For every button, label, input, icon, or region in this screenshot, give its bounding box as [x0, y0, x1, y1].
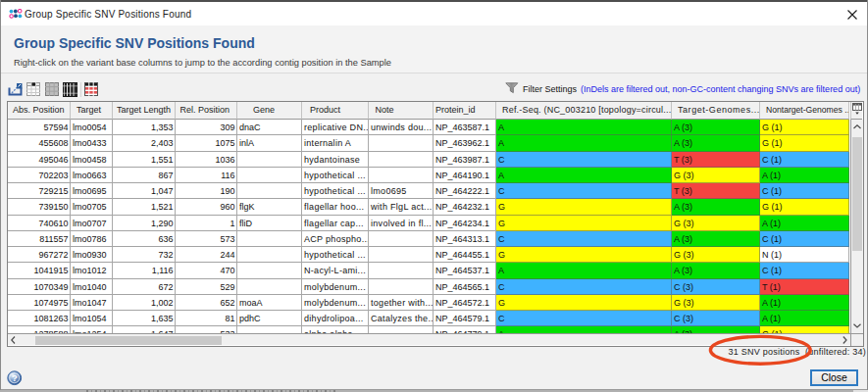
svg-text:?: ? — [12, 372, 18, 383]
